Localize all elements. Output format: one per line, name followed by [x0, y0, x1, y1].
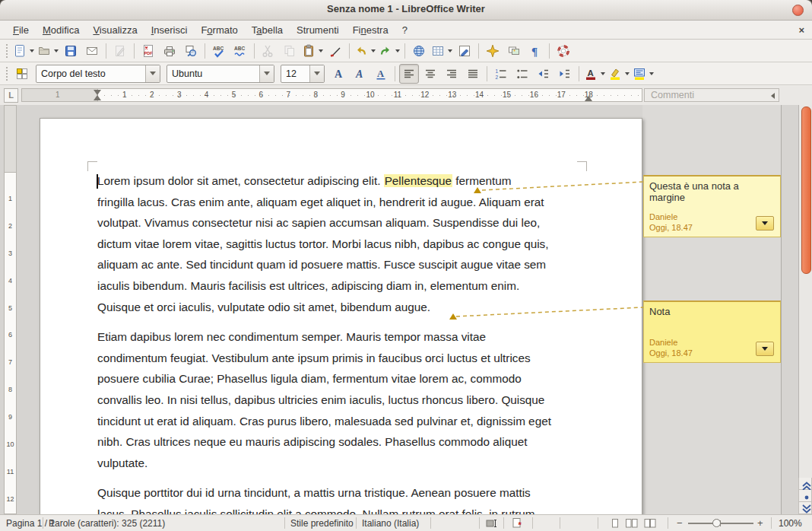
horizontal-ruler[interactable]: 1 123456789101112131415161718 — [21, 88, 642, 102]
chevron-down-icon[interactable] — [601, 72, 605, 75]
chevron-down-icon[interactable] — [259, 65, 274, 82]
comment-menu-button[interactable] — [756, 342, 774, 356]
zoom-slider[interactable] — [688, 523, 753, 524]
chevron-down-icon[interactable] — [145, 65, 160, 82]
toolbar-grip[interactable] — [4, 67, 9, 81]
nav-up-button[interactable] — [798, 478, 812, 490]
chevron-down-icon[interactable] — [625, 72, 630, 75]
comment-anchor-icon[interactable] — [449, 313, 457, 320]
underline-button[interactable]: A — [371, 64, 391, 84]
align-left-button[interactable] — [399, 64, 419, 84]
font-name-combo[interactable]: Ubuntu — [167, 65, 274, 83]
bold-button[interactable]: A — [328, 64, 348, 84]
styles-button[interactable] — [12, 64, 32, 84]
menu-aiuto[interactable]: ? — [395, 22, 414, 38]
italic-button[interactable]: A — [350, 64, 370, 84]
hyperlink-button[interactable] — [409, 41, 429, 61]
auto-spellcheck-button[interactable]: ABC — [230, 41, 250, 61]
numbered-list-button[interactable]: 12 — [491, 64, 511, 84]
page-style-field[interactable]: Stile predefinito — [290, 518, 354, 529]
open-button[interactable] — [36, 41, 59, 61]
chevron-down-icon[interactable] — [54, 49, 59, 52]
comment-menu-button[interactable] — [756, 216, 774, 231]
menu-strumenti[interactable]: Strumenti — [290, 22, 346, 38]
draw-functions-button[interactable] — [455, 41, 474, 61]
margin-comment[interactable]: Questa è una nota a margine Daniele Oggi… — [643, 175, 781, 237]
export-pdf-button[interactable]: PDF — [138, 41, 158, 61]
background-color-button[interactable] — [632, 64, 655, 84]
nav-down-button[interactable] — [798, 502, 812, 514]
margin-comment[interactable]: Nota Daniele Oggi, 18.47 — [643, 300, 781, 363]
spelling-button[interactable]: ABC — [209, 41, 229, 61]
gallery-button[interactable] — [504, 41, 524, 61]
align-center-button[interactable] — [420, 64, 440, 84]
menu-file[interactable]: File — [6, 22, 36, 38]
zoom-slider-knob[interactable] — [712, 519, 721, 527]
comment-anchor-icon[interactable] — [474, 187, 481, 193]
print-preview-button[interactable] — [181, 41, 201, 61]
email-button[interactable] — [82, 41, 102, 61]
zoom-level[interactable]: 100% — [779, 518, 802, 529]
language-field[interactable]: Italiano (Italia) — [362, 518, 419, 529]
align-right-button[interactable] — [442, 64, 462, 84]
menu-visualizza[interactable]: Visualizza — [86, 22, 144, 38]
menu-inserisci[interactable]: Inserisci — [144, 22, 195, 38]
decrease-indent-button[interactable] — [534, 64, 553, 84]
commented-text-highlight[interactable]: Pellentesque — [384, 174, 452, 187]
layout-single-button[interactable] — [608, 517, 622, 530]
paste-button[interactable] — [301, 41, 324, 61]
vertical-scrollbar[interactable] — [798, 105, 812, 478]
bold-icon: A — [331, 67, 345, 81]
chevron-down-icon[interactable] — [395, 49, 400, 52]
nav-dot-button[interactable] — [798, 490, 812, 502]
document-close-icon[interactable]: × — [798, 24, 804, 36]
font-color-button[interactable]: A — [583, 64, 606, 84]
insert-mode-button[interactable] — [485, 517, 499, 530]
navigator-button[interactable] — [483, 41, 503, 61]
toolbar-separator — [349, 43, 350, 59]
chevron-down-icon[interactable] — [371, 49, 376, 52]
chevron-down-icon[interactable] — [448, 49, 452, 52]
new-document-button[interactable] — [12, 41, 35, 61]
chevron-down-icon[interactable] — [319, 49, 323, 52]
undo-button[interactable] — [354, 41, 376, 61]
chevron-down-icon[interactable] — [649, 72, 654, 75]
scrollbar-thumb[interactable] — [801, 107, 811, 274]
increase-indent-button[interactable] — [555, 64, 575, 84]
redo-icon — [379, 44, 392, 58]
formatting-marks-button[interactable]: ¶ — [525, 41, 545, 61]
bullet-list-button[interactable] — [512, 64, 532, 84]
clone-formatting-button[interactable] — [325, 41, 345, 61]
redo-button[interactable] — [378, 41, 401, 61]
print-button[interactable] — [160, 41, 179, 61]
document-page[interactable]: Lorem ipsum dolor sit amet, consectetur … — [40, 118, 642, 514]
paragraph-style-combo[interactable]: Corpo del testo — [36, 65, 160, 83]
help-button[interactable] — [553, 41, 573, 61]
layout-book-button[interactable] — [643, 517, 657, 530]
menu-formato[interactable]: Formato — [194, 22, 244, 38]
menu-tabella[interactable]: Tabella — [245, 22, 290, 38]
vertical-ruler[interactable]: 123456789101112 — [4, 105, 17, 514]
insert-table-button[interactable] — [430, 41, 453, 61]
zoom-in-button[interactable]: + — [757, 517, 763, 529]
layout-multi-button[interactable] — [625, 517, 639, 530]
chevron-down-icon[interactable] — [30, 49, 34, 52]
window-close-icon[interactable] — [792, 5, 804, 16]
menu-modifica[interactable]: Modifica — [36, 22, 86, 38]
tab-stop-type-selector[interactable]: L — [4, 88, 18, 103]
ruler-number: 5 — [5, 304, 16, 312]
highlight-color-button[interactable] — [607, 64, 630, 84]
chevron-down-icon[interactable] — [309, 65, 324, 82]
justify-button[interactable] — [463, 64, 483, 84]
toolbar-grip[interactable] — [4, 44, 9, 58]
font-size-combo[interactable]: 12 — [281, 65, 325, 83]
menu-finestra[interactable]: Finestra — [346, 22, 395, 38]
zoom-out-button[interactable]: − — [677, 517, 683, 529]
word-count-field[interactable]: Parole (caratteri): 325 (2211) — [49, 518, 165, 529]
comments-header-button[interactable]: Commenti — [644, 88, 779, 102]
document-canvas: 123456789101112 Lorem ipsum dolor sit am… — [0, 105, 812, 514]
selection-mode-button[interactable]: * — [511, 517, 525, 530]
cut-icon — [262, 44, 275, 58]
page-number-field[interactable]: Pagina 1 / 1 — [6, 518, 55, 529]
save-button[interactable] — [61, 41, 81, 61]
